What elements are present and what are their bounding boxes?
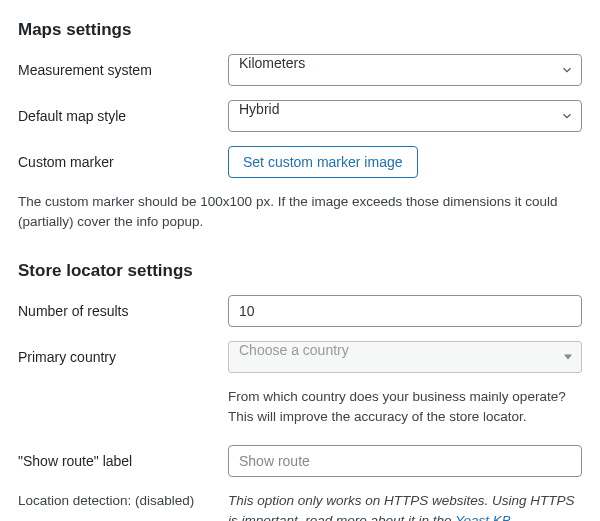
- custom-marker-help-text: The custom marker should be 100x100 px. …: [18, 192, 582, 233]
- show-route-label: "Show route" label: [18, 453, 228, 469]
- measurement-system-select[interactable]: Kilometers: [228, 54, 582, 86]
- default-map-style-label: Default map style: [18, 108, 228, 124]
- location-detection-label: Location detection: (disabled): [18, 491, 228, 508]
- maps-settings-heading: Maps settings: [18, 20, 582, 40]
- store-locator-heading: Store locator settings: [18, 261, 582, 281]
- show-route-input[interactable]: [228, 445, 582, 477]
- primary-country-select[interactable]: Choose a country: [228, 341, 582, 373]
- number-of-results-label: Number of results: [18, 303, 228, 319]
- number-of-results-input[interactable]: [228, 295, 582, 327]
- yoast-kb-link[interactable]: Yoast KB: [455, 513, 511, 521]
- custom-marker-label: Custom marker: [18, 154, 228, 170]
- set-custom-marker-button[interactable]: Set custom marker image: [228, 146, 418, 178]
- location-detection-note-text: This option only works on HTTPS websites…: [228, 493, 575, 521]
- measurement-system-label: Measurement system: [18, 62, 228, 78]
- default-map-style-select[interactable]: Hybrid: [228, 100, 582, 132]
- location-detection-note: This option only works on HTTPS websites…: [228, 491, 582, 521]
- primary-country-help-text: From which country does your business ma…: [228, 387, 582, 428]
- primary-country-label: Primary country: [18, 349, 228, 365]
